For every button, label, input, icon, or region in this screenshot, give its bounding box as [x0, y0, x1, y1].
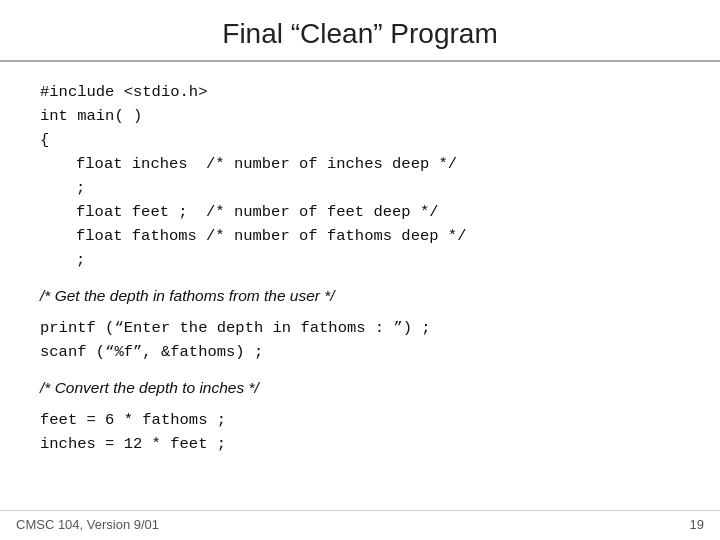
code-line-float-feet: float feet ; /* number of feet deep */ [40, 200, 680, 224]
inches-line: inches = 12 * feet ; [40, 432, 680, 456]
indent-spacer3 [40, 224, 76, 248]
indent-spacer [40, 152, 76, 176]
printf-line: printf (“Enter the depth in fathoms : ”)… [40, 316, 680, 340]
slide-footer: CMSC 104, Version 9/01 19 [0, 510, 720, 540]
float-fathoms-decl: float fathoms ; [76, 224, 206, 272]
slide-title: Final “Clean” Program [0, 0, 720, 62]
slide-container: Final “Clean” Program #include <stdio.h>… [0, 0, 720, 540]
comment-convert-depth: /* Convert the depth to inches */ [40, 376, 680, 400]
code-block-calc: feet = 6 * fathoms ; inches = 12 * feet … [40, 408, 680, 456]
float-fathoms-comment: /* number of fathoms deep */ [206, 224, 466, 248]
code-line-main: int main( ) [40, 104, 680, 128]
code-line-brace: { [40, 128, 680, 152]
float-inches-decl: float inches ; [76, 152, 206, 200]
float-inches-comment: /* number of inches deep */ [206, 152, 457, 176]
footer-left: CMSC 104, Version 9/01 [16, 517, 159, 532]
code-block-input: printf (“Enter the depth in fathoms : ”)… [40, 316, 680, 364]
code-line-include: #include <stdio.h> [40, 80, 680, 104]
code-line-float-fathoms: float fathoms ; /* number of fathoms dee… [40, 224, 680, 272]
float-feet-comment: /* number of feet deep */ [206, 200, 439, 224]
comment-get-depth: /* Get the depth in fathoms from the use… [40, 284, 680, 308]
slide-content: #include <stdio.h> int main( ) { float i… [0, 62, 720, 510]
feet-line: feet = 6 * fathoms ; [40, 408, 680, 432]
scanf-line: scanf (“%f”, &fathoms) ; [40, 340, 680, 364]
float-feet-decl: float feet ; [76, 200, 206, 224]
indent-spacer2 [40, 200, 76, 224]
code-block-includes: #include <stdio.h> int main( ) { float i… [40, 80, 680, 272]
code-line-float-inches: float inches ; /* number of inches deep … [40, 152, 680, 200]
footer-right: 19 [690, 517, 704, 532]
